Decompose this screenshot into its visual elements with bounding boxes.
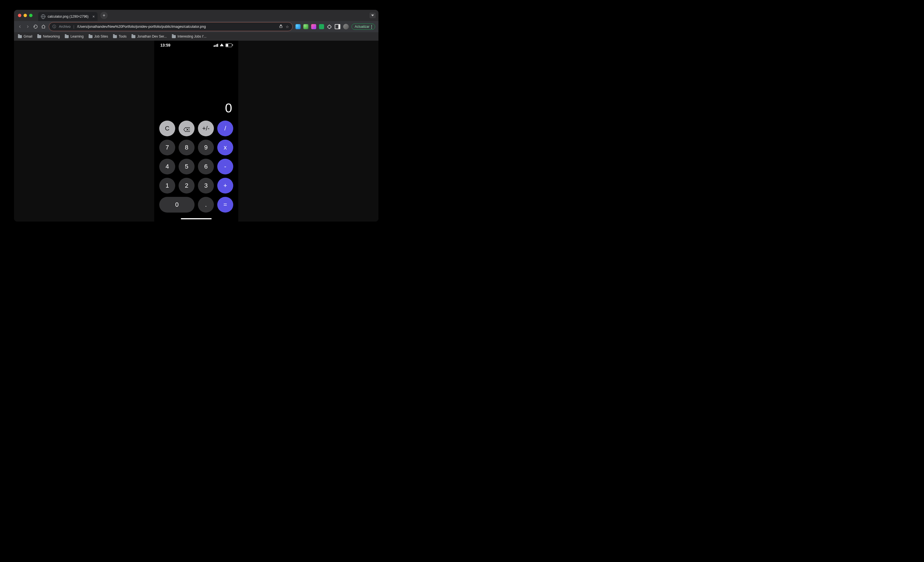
key-9[interactable]: 9 — [198, 140, 214, 155]
browser-toolbar: ⓘ Archivo | /Users/jonathandev/New%20Por… — [14, 21, 378, 32]
key-minus[interactable]: - — [217, 159, 233, 174]
side-panel-toggle[interactable] — [335, 24, 340, 29]
status-time: 13:59 — [160, 43, 171, 47]
close-tab-button[interactable]: × — [93, 14, 95, 19]
key-3[interactable]: 3 — [198, 178, 214, 194]
cellular-icon — [214, 44, 218, 47]
extension-icon[interactable] — [311, 24, 316, 29]
kebab-icon — [371, 25, 372, 29]
url-text: /Users/jonathandev/New%20Portfolio/jonid… — [77, 25, 276, 29]
home-indicator[interactable] — [181, 218, 212, 219]
folder-icon — [132, 35, 135, 38]
tab-overflow-button[interactable] — [369, 13, 376, 18]
extensions-button[interactable] — [327, 24, 332, 29]
tab-title: calculator.png (1290×2796) — [48, 15, 88, 18]
window-controls — [14, 14, 33, 17]
update-button[interactable]: Actualizar — [351, 24, 375, 30]
key-divide[interactable]: / — [217, 120, 233, 136]
profile-avatar[interactable] — [343, 24, 349, 29]
folder-icon — [18, 35, 22, 38]
folder-icon — [65, 35, 69, 38]
bookmark-item[interactable]: Gmail — [18, 35, 32, 38]
update-button-label: Actualizar — [355, 25, 369, 29]
extension-icon[interactable] — [319, 24, 324, 29]
key-equals[interactable]: = — [217, 197, 233, 213]
extension-icon[interactable] — [296, 24, 300, 29]
bookmark-item[interactable]: Interesting Jobs I'... — [172, 35, 207, 38]
browser-window: calculator.png (1290×2796) × + ⓘ Archivo… — [14, 10, 378, 222]
share-icon[interactable] — [279, 24, 283, 29]
key-plus[interactable]: + — [217, 178, 233, 194]
calculator-display: 0 — [160, 101, 232, 116]
key-2[interactable]: 2 — [178, 178, 195, 194]
reload-button[interactable] — [33, 24, 38, 29]
address-bar[interactable]: ⓘ Archivo | /Users/jonathandev/New%20Por… — [49, 22, 292, 31]
status-icons — [214, 44, 232, 47]
key-backspace[interactable] — [178, 120, 195, 136]
folder-icon — [172, 35, 176, 38]
backspace-icon — [184, 126, 190, 131]
browser-tab[interactable]: calculator.png (1290×2796) × — [38, 12, 98, 21]
key-clear[interactable]: C — [159, 120, 175, 136]
globe-icon — [41, 14, 45, 19]
calculator-display-area: 0 — [154, 50, 238, 120]
bookmark-item[interactable]: Learning — [65, 35, 84, 38]
folder-icon — [37, 35, 41, 38]
bookmarks-bar: Gmail Networking Learning Job Sites Tool… — [14, 32, 378, 41]
extensions-row: Actualizar — [296, 24, 375, 30]
bookmark-item[interactable]: Job Sites — [88, 35, 108, 38]
key-decimal[interactable]: . — [198, 197, 214, 213]
bookmark-star-icon[interactable]: ☆ — [286, 25, 289, 29]
forward-button[interactable] — [25, 24, 30, 29]
minimize-window-button[interactable] — [24, 14, 27, 17]
info-icon: ⓘ — [52, 24, 56, 29]
key-plus-minus[interactable]: +/- — [198, 120, 214, 136]
phone-status-bar: 13:59 — [154, 41, 238, 50]
url-scheme-label: Archivo — [59, 25, 70, 29]
window-titlebar: calculator.png (1290×2796) × + — [14, 10, 378, 21]
svg-rect-0 — [280, 26, 282, 27]
new-tab-button[interactable]: + — [100, 12, 108, 19]
bookmark-item[interactable]: Tools — [113, 35, 126, 38]
key-4[interactable]: 4 — [159, 159, 175, 174]
key-6[interactable]: 6 — [198, 159, 214, 174]
key-5[interactable]: 5 — [178, 159, 195, 174]
folder-icon — [113, 35, 117, 38]
key-1[interactable]: 1 — [159, 178, 175, 194]
back-button[interactable] — [17, 24, 22, 29]
bookmark-item[interactable]: Networking — [37, 35, 60, 38]
key-0[interactable]: 0 — [159, 197, 195, 213]
extension-icon[interactable] — [303, 24, 308, 29]
battery-icon — [225, 44, 232, 47]
key-multiply[interactable]: x — [217, 140, 233, 155]
home-button[interactable] — [41, 24, 46, 29]
calculator-keypad: C +/- / 7 8 9 x 4 5 6 - — [154, 120, 238, 216]
page-content: 13:59 0 C — [14, 41, 378, 222]
bookmark-item[interactable]: Jonathan Dev Ser... — [132, 35, 166, 38]
phone-frame: 13:59 0 C — [154, 41, 238, 222]
close-window-button[interactable] — [18, 14, 21, 17]
chevron-down-icon — [371, 15, 374, 16]
key-7[interactable]: 7 — [159, 140, 175, 155]
fullscreen-window-button[interactable] — [29, 14, 33, 17]
folder-icon — [88, 35, 93, 38]
wifi-icon — [220, 44, 224, 46]
key-8[interactable]: 8 — [178, 140, 195, 155]
